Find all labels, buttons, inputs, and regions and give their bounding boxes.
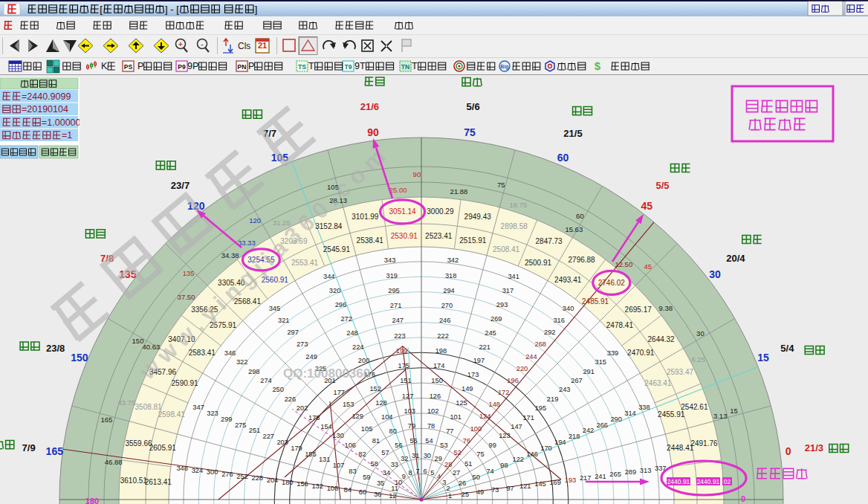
svg-text:3000.29: 3000.29 (427, 207, 454, 216)
svg-text:165: 165 (46, 445, 64, 457)
svg-text:124: 124 (479, 413, 491, 420)
svg-text:125: 125 (456, 399, 467, 407)
svg-text:299: 299 (221, 416, 233, 423)
svg-text:6: 6 (424, 468, 427, 475)
svg-text:0: 0 (786, 445, 791, 457)
svg-text:=1.00000: =1.00000 (42, 117, 81, 128)
svg-text:202: 202 (297, 404, 308, 412)
svg-text:180: 180 (85, 497, 99, 504)
svg-text:199: 199 (396, 347, 408, 355)
svg-text:2478.41: 2478.41 (606, 321, 634, 329)
svg-text:PN: PN (238, 63, 247, 71)
svg-text:34: 34 (383, 469, 390, 476)
svg-text:2530.91: 2530.91 (391, 232, 418, 240)
svg-text:] - [: ] - [ (165, 4, 179, 15)
svg-text:T: T (412, 61, 418, 71)
svg-text:50: 50 (473, 474, 480, 481)
svg-text:15: 15 (757, 352, 769, 364)
svg-text:194: 194 (554, 439, 566, 446)
svg-text:317: 317 (502, 287, 514, 294)
svg-text:]: ] (255, 4, 258, 15)
svg-text:82: 82 (358, 450, 366, 458)
svg-text:02: 02 (724, 478, 731, 485)
svg-text:129: 129 (352, 413, 363, 420)
svg-text:2500.91: 2500.91 (525, 259, 552, 267)
svg-text:TN: TN (401, 63, 409, 71)
svg-text:300: 300 (207, 468, 218, 476)
svg-text:339: 339 (607, 349, 619, 357)
svg-text:29: 29 (435, 455, 442, 462)
svg-text:26: 26 (459, 479, 466, 487)
svg-text:120: 120 (249, 216, 261, 224)
svg-text:241: 241 (595, 473, 606, 480)
svg-text:55: 55 (409, 437, 417, 445)
svg-text:84: 84 (344, 486, 352, 494)
svg-text:3101.99: 3101.99 (352, 213, 379, 221)
svg-text:294: 294 (443, 287, 455, 294)
svg-text:248: 248 (346, 329, 358, 337)
svg-text:2542.61: 2542.61 (681, 403, 708, 411)
svg-text:3508.81: 3508.81 (135, 403, 163, 411)
svg-text:197: 197 (473, 357, 485, 364)
svg-text:126: 126 (430, 392, 441, 400)
svg-text:121: 121 (519, 482, 531, 490)
svg-text:83: 83 (349, 468, 356, 475)
svg-text:123: 123 (499, 432, 511, 439)
svg-text:90: 90 (413, 170, 421, 178)
svg-text:23/8: 23/8 (46, 343, 65, 354)
svg-text:36: 36 (374, 491, 381, 498)
svg-text:204: 204 (267, 476, 279, 484)
svg-text:297: 297 (287, 329, 299, 336)
svg-text:100: 100 (470, 425, 482, 433)
svg-text:321: 321 (278, 317, 290, 324)
svg-text:345: 345 (269, 305, 281, 312)
svg-text:247: 247 (392, 317, 404, 324)
svg-text:150: 150 (132, 337, 144, 345)
svg-text:220: 220 (516, 365, 528, 372)
svg-text:315: 315 (595, 358, 607, 366)
svg-text:9T: 9T (354, 61, 366, 71)
svg-text:106: 106 (345, 442, 357, 449)
svg-text:172: 172 (498, 389, 510, 396)
svg-text:46.88: 46.88 (105, 458, 123, 466)
svg-text:15: 15 (730, 407, 738, 415)
svg-text:75: 75 (497, 181, 505, 189)
svg-text:324: 324 (192, 467, 204, 474)
svg-text:342: 342 (447, 256, 459, 264)
svg-text:346: 346 (224, 349, 236, 357)
svg-text:12.50: 12.50 (615, 260, 632, 268)
svg-text:TS: TS (298, 63, 306, 71)
svg-text:56: 56 (395, 442, 402, 449)
svg-text:266: 266 (597, 421, 609, 429)
svg-text:200: 200 (358, 357, 370, 364)
svg-text:2440.91: 2440.91 (697, 478, 720, 485)
svg-text:90: 90 (367, 126, 379, 138)
svg-text:-: - (201, 40, 203, 48)
svg-text:135: 135 (183, 269, 195, 277)
svg-text:227: 227 (263, 433, 275, 440)
svg-text:K: K (101, 61, 108, 71)
svg-text:3610.51: 3610.51 (120, 476, 148, 485)
svg-text:=1: =1 (62, 130, 72, 140)
svg-text:348: 348 (176, 465, 188, 472)
svg-text:$: $ (595, 59, 601, 72)
svg-text:219: 219 (547, 395, 559, 403)
svg-text:347: 347 (192, 404, 204, 411)
svg-text:128: 128 (375, 399, 387, 407)
svg-text:196: 196 (507, 377, 519, 384)
svg-text:105: 105 (361, 425, 373, 433)
svg-text:251: 251 (249, 427, 261, 434)
svg-text:269: 269 (490, 315, 502, 323)
svg-text:28: 28 (444, 461, 452, 468)
svg-text:T: T (308, 61, 314, 71)
svg-text:30: 30 (424, 452, 431, 459)
svg-text:21/3: 21/3 (805, 442, 823, 453)
svg-text:292: 292 (544, 329, 556, 336)
svg-text:249: 249 (305, 353, 317, 361)
svg-text:1: 1 (448, 492, 452, 500)
svg-text:45: 45 (641, 200, 652, 212)
svg-text:9P: 9P (187, 61, 198, 71)
svg-text:145: 145 (534, 480, 546, 488)
svg-text:272: 272 (340, 315, 352, 323)
svg-text:Big: Big (500, 64, 508, 70)
